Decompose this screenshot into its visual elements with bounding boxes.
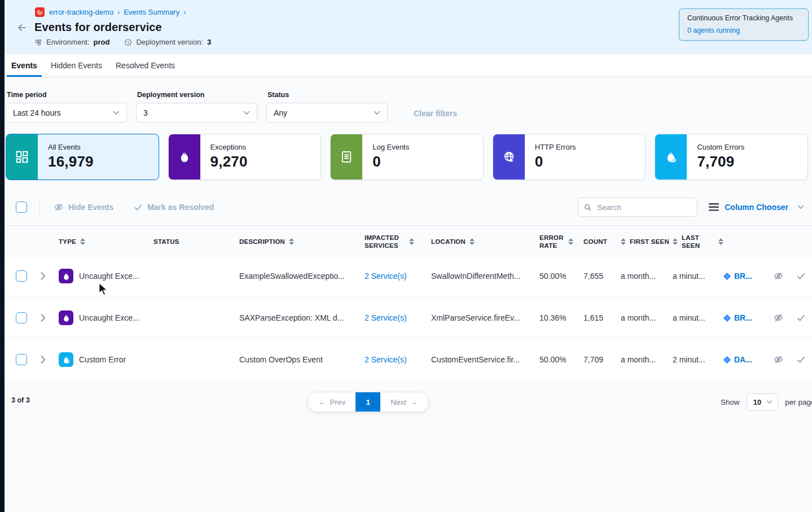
column-label: TYPE bbox=[59, 238, 76, 246]
search-icon bbox=[584, 203, 591, 212]
deployment-version-icon bbox=[124, 38, 132, 46]
location-cell: SwallowInDifferentMeth... bbox=[431, 272, 539, 281]
tab-resolved-events[interactable]: Resolved Events bbox=[111, 54, 179, 77]
time-period-select[interactable]: Last 24 hours bbox=[6, 103, 127, 122]
card-custom-errors[interactable]: Custom Errors 7,709 bbox=[655, 134, 808, 180]
resolve-check-icon[interactable] bbox=[796, 355, 806, 364]
expand-chevron-icon[interactable] bbox=[41, 314, 59, 322]
hide-event-icon[interactable] bbox=[773, 272, 784, 281]
flame-gear-icon bbox=[655, 134, 687, 180]
page-title: Events for orderservice bbox=[34, 21, 162, 34]
description-cell: SAXParseException: XML d... bbox=[239, 313, 365, 322]
page-header: error-tracking-demo › Events Summary › E… bbox=[5, 0, 812, 54]
resolve-check-icon[interactable] bbox=[796, 272, 806, 281]
column-header-description: DESCRIPTION bbox=[239, 238, 365, 246]
card-value: 9,270 bbox=[210, 153, 248, 170]
tab-events[interactable]: Events bbox=[7, 54, 42, 77]
breadcrumb-page-link[interactable]: Events Summary bbox=[124, 8, 179, 16]
expand-chevron-icon[interactable] bbox=[41, 272, 59, 280]
page-number-button[interactable]: 1 bbox=[355, 392, 380, 412]
card-exceptions[interactable]: Exceptions 9,270 bbox=[168, 134, 322, 180]
environment-value: prod bbox=[94, 38, 110, 46]
impacted-services-link[interactable]: 2 Service(s) bbox=[365, 313, 431, 322]
page-size-select[interactable]: 10 bbox=[747, 393, 778, 411]
time-period-label: Time period bbox=[7, 91, 127, 99]
jira-ticket-link[interactable]: BR... bbox=[723, 272, 771, 281]
count-cell: 7,655 bbox=[583, 272, 621, 281]
toolbar-divider bbox=[39, 199, 40, 215]
column-header-error-rate: ERROR RATE bbox=[539, 234, 583, 250]
card-http-errors[interactable]: HTTP Errors 0 bbox=[493, 134, 646, 180]
event-type-label: Uncaught Exce... bbox=[79, 272, 139, 281]
chevron-down-icon bbox=[243, 111, 250, 115]
breadcrumb-project-link[interactable]: error-tracking-demo bbox=[49, 8, 113, 16]
jira-diamond-icon bbox=[723, 356, 731, 364]
hide-event-icon[interactable] bbox=[773, 355, 784, 364]
deployment-version-filter-value: 3 bbox=[143, 108, 148, 117]
impacted-services-link[interactable]: 2 Service(s) bbox=[365, 272, 431, 281]
event-type-flame-icon bbox=[59, 310, 73, 325]
row-checkbox[interactable] bbox=[16, 270, 27, 282]
column-header-status: STATUS bbox=[153, 238, 239, 246]
prev-page-button[interactable]: ← Prev bbox=[308, 392, 355, 412]
row-checkbox[interactable] bbox=[16, 354, 27, 365]
card-value: 0 bbox=[372, 153, 409, 170]
row-checkbox[interactable] bbox=[16, 312, 27, 323]
card-log-events[interactable]: Log Events 0 bbox=[330, 134, 484, 180]
table-row[interactable]: Custom Error Custom OverOps Event 2 Serv… bbox=[5, 341, 812, 378]
expand-chevron-icon[interactable] bbox=[41, 356, 59, 364]
table-toolbar: Hide Events Mark as Resolved Column Choo… bbox=[5, 197, 812, 217]
card-value: 7,709 bbox=[697, 153, 744, 170]
status-select[interactable]: Any bbox=[266, 103, 388, 122]
tab-hidden-events[interactable]: Hidden Events bbox=[46, 54, 107, 77]
card-label: Log Events bbox=[372, 143, 409, 151]
prev-arrow-icon: ← bbox=[318, 398, 326, 406]
ticket-label: BR... bbox=[734, 272, 752, 281]
jira-ticket-link[interactable]: BR... bbox=[723, 313, 771, 322]
ticket-label: DA... bbox=[734, 355, 752, 364]
globe-error-icon bbox=[493, 134, 525, 180]
card-all-events[interactable]: All Events 16,979 bbox=[6, 134, 159, 180]
card-label: All Events bbox=[48, 143, 94, 151]
error-tracking-logo-icon bbox=[35, 7, 45, 17]
description-cell: ExampleSwallowedExceptio... bbox=[239, 272, 365, 281]
hide-event-icon[interactable] bbox=[773, 313, 784, 322]
events-content: Time period Last 24 hours Deployment ver… bbox=[5, 77, 812, 412]
table-row[interactable]: Uncaught Exce... ExampleSwallowedExcepti… bbox=[5, 257, 812, 295]
sort-icon[interactable] bbox=[469, 238, 475, 245]
mark-resolved-button[interactable]: Mark as Resolved bbox=[134, 203, 214, 212]
sort-icon[interactable] bbox=[568, 238, 573, 245]
table-row[interactable]: Uncaught Exce... SAXParseException: XML … bbox=[5, 299, 812, 336]
check-icon bbox=[134, 203, 143, 212]
stat-cards-row: All Events 16,979 Exceptions 9,270 L bbox=[5, 134, 812, 180]
back-arrow-icon[interactable] bbox=[16, 21, 28, 34]
mark-resolved-label: Mark as Resolved bbox=[147, 203, 214, 212]
sort-icon[interactable] bbox=[409, 238, 414, 245]
clear-filters-button[interactable]: Clear filters bbox=[414, 109, 457, 118]
resolve-check-icon[interactable] bbox=[796, 313, 806, 322]
count-cell: 1,615 bbox=[583, 313, 621, 322]
location-cell: XmlParseService.fireEv... bbox=[431, 313, 539, 322]
jira-ticket-link[interactable]: DA... bbox=[723, 355, 771, 364]
error-rate-cell: 50.00% bbox=[539, 355, 583, 364]
impacted-services-link[interactable]: 2 Service(s) bbox=[365, 355, 431, 364]
deployment-version-value: 3 bbox=[207, 38, 211, 46]
event-type-label: Custom Error bbox=[79, 355, 126, 364]
column-label: LOCATION bbox=[431, 238, 466, 246]
agents-running-link[interactable]: 0 agents running bbox=[687, 27, 740, 34]
next-page-button[interactable]: Next → bbox=[380, 392, 428, 412]
column-chooser-button[interactable]: Column Chooser bbox=[709, 203, 804, 212]
sort-icon[interactable] bbox=[621, 238, 626, 245]
jira-diamond-icon bbox=[723, 273, 731, 280]
hide-events-button[interactable]: Hide Events bbox=[54, 203, 113, 212]
prev-label: Prev bbox=[330, 398, 346, 406]
search-box bbox=[578, 198, 697, 217]
sort-icon[interactable] bbox=[289, 238, 294, 245]
deployment-version-select[interactable]: 3 bbox=[136, 103, 257, 122]
sort-icon[interactable] bbox=[80, 238, 85, 245]
error-rate-cell: 50.00% bbox=[539, 272, 583, 281]
sort-icon[interactable] bbox=[718, 238, 723, 245]
sort-icon[interactable] bbox=[673, 238, 678, 245]
search-input[interactable] bbox=[596, 203, 691, 212]
select-all-checkbox[interactable] bbox=[16, 202, 27, 213]
